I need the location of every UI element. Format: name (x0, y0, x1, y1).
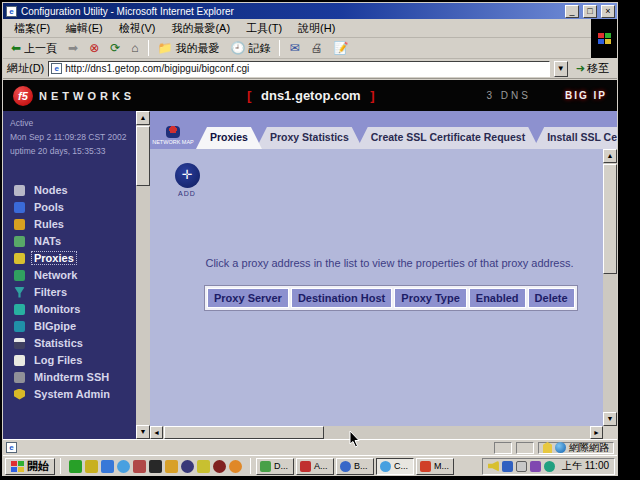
address-input[interactable]: e http://dns1.getop.com/bigipgui/bigconf… (48, 61, 550, 77)
stop-button[interactable]: ⊗ (85, 40, 103, 56)
quicklaunch-icon[interactable] (101, 460, 114, 473)
favorites-button[interactable]: 📁 我的最愛 (154, 40, 224, 57)
link-3dns[interactable]: 3 DNS (487, 90, 531, 101)
tray-icon[interactable] (502, 461, 513, 472)
menu-file[interactable]: 檔案(F) (7, 19, 57, 38)
quicklaunch-icon[interactable] (133, 460, 146, 473)
sidebar-nav: Nodes Pools Rules NATs Proxies Network (3, 158, 150, 400)
history-icon: 🕘 (230, 41, 245, 55)
menu-tools[interactable]: 工具(T) (239, 19, 289, 38)
address-bar: 網址(D) e http://dns1.getop.com/bigipgui/b… (3, 59, 617, 79)
proxies-icon (14, 253, 25, 264)
sidebar-item-system-admin[interactable]: System Admin (14, 388, 150, 400)
menu-favorites[interactable]: 我的最愛(A) (164, 19, 237, 38)
quicklaunch-icon[interactable] (213, 460, 226, 473)
task-button-2[interactable]: A... (296, 458, 334, 475)
scroll-thumb[interactable] (164, 426, 324, 439)
mouse-cursor (349, 431, 361, 449)
quicklaunch-icon[interactable] (85, 460, 98, 473)
sidebar-item-monitors[interactable]: Monitors (14, 303, 150, 315)
column-delete[interactable]: Delete (528, 288, 575, 308)
quicklaunch-icon[interactable] (69, 460, 82, 473)
proxies-content: ✛ ADD Click a proxy address in the list … (150, 149, 603, 426)
sidebar-item-network[interactable]: Network (14, 269, 150, 281)
back-button[interactable]: ⬅ 上一頁 (7, 40, 61, 57)
menu-help[interactable]: 說明(H) (291, 19, 342, 38)
main-vertical-scrollbar[interactable]: ▲ ▼ (603, 149, 617, 426)
zone-label: 網際網路 (569, 441, 609, 455)
forward-button[interactable]: ➡ (64, 40, 82, 56)
scroll-down-arrow[interactable]: ▼ (603, 412, 617, 426)
edit-button[interactable]: 📝 (330, 40, 353, 56)
sidebar-item-pools[interactable]: Pools (14, 201, 150, 213)
task-button-5[interactable]: M... (416, 458, 454, 475)
scroll-thumb[interactable] (603, 164, 617, 274)
display-tray-icon[interactable] (516, 461, 527, 472)
sidebar-vertical-scrollbar[interactable]: ▲ ▼ (136, 111, 150, 439)
quicklaunch-icon[interactable] (149, 460, 162, 473)
print-button[interactable]: 🖨 (307, 40, 327, 56)
go-icon: ➜ (576, 62, 585, 75)
sidebar-item-rules[interactable]: Rules (14, 218, 150, 230)
add-icon: ✛ (175, 163, 200, 188)
sidebar-item-nodes[interactable]: Nodes (14, 184, 150, 196)
title-bar: e Configuration Utility - Microsoft Inte… (3, 3, 617, 19)
quicklaunch-icon[interactable] (229, 460, 242, 473)
history-button[interactable]: 🕘 記錄 (226, 40, 274, 57)
go-button[interactable]: ➜ 移至 (572, 60, 613, 77)
tab-install-ssl-certificate[interactable]: Install SSL Certif (533, 127, 617, 149)
mindterm-ssh-icon (14, 372, 25, 383)
tray-icon[interactable] (530, 461, 541, 472)
mail-icon: ✉ (289, 41, 299, 55)
system-tray: 上午 11:00 (482, 458, 615, 475)
column-proxy-type[interactable]: Proxy Type (394, 288, 467, 308)
menu-edit[interactable]: 編輯(E) (59, 19, 110, 38)
sidebar-item-bigpipe[interactable]: BIGpipe (14, 320, 150, 332)
task-button-3[interactable]: B... (336, 458, 374, 475)
tab-proxy-statistics[interactable]: Proxy Statistics (256, 127, 363, 149)
volume-tray-icon[interactable] (488, 461, 499, 472)
quicklaunch-icon[interactable] (181, 460, 194, 473)
quicklaunch-ie-icon[interactable] (117, 460, 130, 473)
sidebar-item-log-files[interactable]: Log Files (14, 354, 150, 366)
sidebar-item-nats[interactable]: NATs (14, 235, 150, 247)
window-title: Configuration Utility - Microsoft Intern… (21, 6, 561, 17)
home-button[interactable]: ⌂ (127, 40, 142, 56)
internet-globe-icon (555, 442, 566, 453)
scroll-left-arrow[interactable]: ◄ (150, 426, 163, 439)
network-map-button[interactable]: NETWORK MAP (150, 126, 196, 149)
back-icon: ⬅ (11, 41, 21, 55)
minimize-button[interactable]: _ (565, 5, 579, 18)
maximize-button[interactable]: □ (583, 5, 597, 18)
mail-button[interactable]: ✉ (285, 40, 303, 56)
address-dropdown-arrow[interactable]: ▼ (554, 61, 568, 77)
quicklaunch-icon[interactable] (165, 460, 178, 473)
quicklaunch-icon[interactable] (197, 460, 210, 473)
main-horizontal-scrollbar[interactable]: ◄ ► (150, 426, 603, 439)
add-proxy-button[interactable]: ✛ ADD (170, 163, 204, 197)
start-button[interactable]: 開始 (5, 458, 55, 475)
task-button-1[interactable]: D... (256, 458, 294, 475)
sidebar-item-proxies[interactable]: Proxies (14, 252, 150, 264)
tab-create-ssl-certificate-request[interactable]: Create SSL Certificate Request (357, 127, 539, 149)
scroll-down-arrow[interactable]: ▼ (136, 425, 150, 439)
scroll-up-arrow[interactable]: ▲ (136, 111, 150, 125)
column-proxy-server[interactable]: Proxy Server (207, 288, 289, 308)
scroll-right-arrow[interactable]: ► (590, 426, 603, 439)
sidebar-item-mindterm-ssh[interactable]: Mindterm SSH (14, 371, 150, 383)
task-icon (340, 461, 351, 472)
refresh-button[interactable]: ⟳ (106, 40, 124, 56)
menu-view[interactable]: 檢視(V) (112, 19, 163, 38)
taskbar-clock[interactable]: 上午 11:00 (558, 459, 609, 473)
close-button[interactable]: × (601, 5, 615, 18)
link-bigip[interactable]: BIG IP (565, 90, 607, 101)
scroll-up-arrow[interactable]: ▲ (603, 149, 617, 163)
tab-proxies[interactable]: Proxies (196, 127, 262, 149)
column-destination-host[interactable]: Destination Host (291, 288, 392, 308)
task-button-4-active[interactable]: C... (376, 458, 414, 475)
sidebar-item-filters[interactable]: Filters (14, 286, 150, 298)
column-enabled[interactable]: Enabled (469, 288, 526, 308)
tray-icon[interactable] (544, 461, 555, 472)
scroll-thumb[interactable] (136, 126, 150, 186)
sidebar-item-statistics[interactable]: Statistics (14, 337, 150, 349)
